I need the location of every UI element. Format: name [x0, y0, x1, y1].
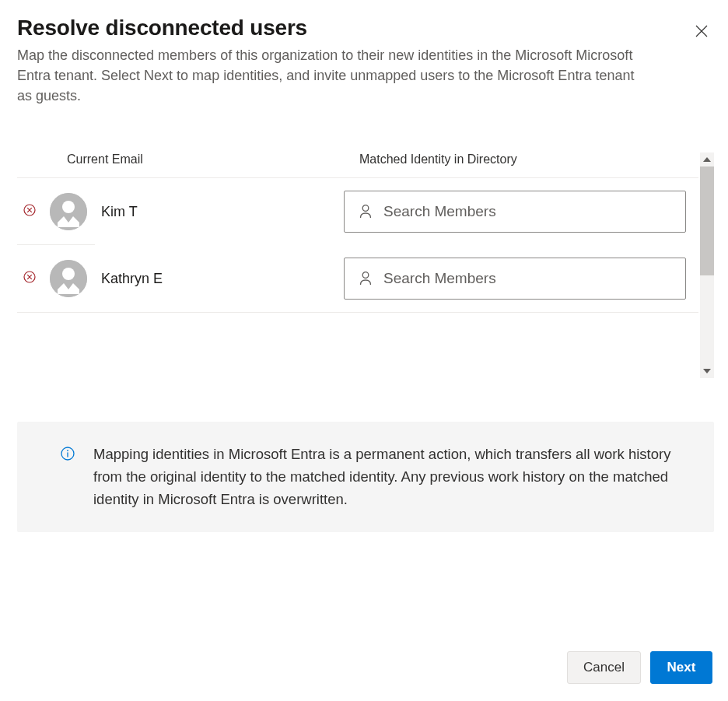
avatar: [50, 260, 87, 297]
info-banner-text: Mapping identities in Microsoft Entra is…: [93, 443, 683, 510]
close-icon: [695, 25, 708, 37]
scrollbar-thumb[interactable]: [700, 166, 714, 275]
svg-point-3: [362, 205, 369, 212]
resolve-users-panel: Resolve disconnected users Map the disco…: [0, 0, 728, 701]
info-banner: Mapping identities in Microsoft Entra is…: [17, 422, 714, 532]
svg-point-9: [67, 450, 68, 452]
scrollbar-track[interactable]: [700, 166, 714, 364]
search-members-input[interactable]: [383, 203, 671, 220]
panel-header: Resolve disconnected users Map the disco…: [17, 16, 714, 106]
svg-point-7: [362, 272, 369, 279]
column-header-email: Current Email: [17, 152, 344, 166]
panel-footer: Cancel Next: [567, 651, 712, 684]
panel-subtitle: Map the disconnected members of this org…: [17, 45, 639, 106]
avatar: [50, 193, 87, 230]
vertical-scrollbar[interactable]: [700, 152, 714, 378]
user-left-cell: Kim T: [17, 193, 344, 230]
close-button[interactable]: [692, 22, 711, 43]
svg-point-2: [62, 201, 75, 213]
user-name-label: Kathryn E: [101, 271, 163, 287]
info-icon: [61, 447, 75, 464]
user-row: Kim T: [17, 178, 698, 245]
remove-user-icon[interactable]: [23, 204, 36, 219]
scroll-down-arrow-icon[interactable]: [700, 364, 714, 378]
panel-title: Resolve disconnected users: [17, 16, 692, 40]
column-header-matched: Matched Identity in Directory: [344, 152, 517, 166]
person-search-icon: [359, 271, 373, 286]
remove-user-icon[interactable]: [23, 271, 36, 286]
cancel-button[interactable]: Cancel: [567, 651, 641, 684]
search-members-box[interactable]: [344, 258, 686, 300]
scroll-up-arrow-icon[interactable]: [700, 152, 714, 166]
user-row: Kathryn E: [17, 245, 698, 313]
search-wrapper: [344, 258, 686, 300]
person-search-icon: [359, 204, 373, 219]
search-members-box[interactable]: [344, 191, 686, 233]
table-header-row: Current Email Matched Identity in Direct…: [17, 152, 698, 178]
svg-point-6: [62, 268, 75, 280]
search-members-input[interactable]: [383, 270, 671, 287]
user-name-label: Kim T: [101, 204, 138, 220]
users-table: Current Email Matched Identity in Direct…: [17, 152, 714, 313]
users-scroll-area: Current Email Matched Identity in Direct…: [17, 152, 714, 378]
search-wrapper: [344, 191, 686, 233]
next-button[interactable]: Next: [650, 651, 712, 684]
header-text-block: Resolve disconnected users Map the disco…: [17, 16, 692, 106]
user-left-cell: Kathryn E: [17, 260, 344, 297]
